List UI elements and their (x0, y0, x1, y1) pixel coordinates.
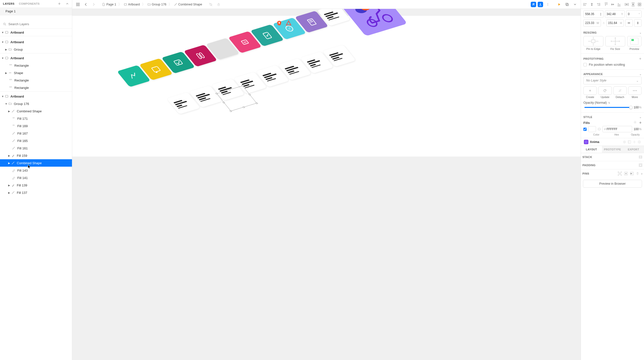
input-rotation[interactable]: 0 ° (626, 10, 642, 18)
layer-fill[interactable]: Fill 165 (0, 137, 72, 145)
add-fill-icon[interactable]: + (639, 121, 642, 125)
fix-position-checkbox[interactable]: Fix position when scrolling (584, 62, 642, 67)
layer-artboard[interactable]: ▼ Artboard (0, 93, 72, 100)
anima-help-icon[interactable] (638, 140, 641, 144)
layer-fill[interactable]: Fill 167 (0, 130, 72, 137)
disclose-icon[interactable]: ▶ (8, 154, 11, 157)
nav-back-icon[interactable] (82, 1, 89, 8)
duplicate-icon[interactable] (564, 1, 570, 8)
layer-fill[interactable]: Fill 169 (0, 122, 72, 130)
lock-aspect-icon[interactable] (602, 21, 605, 24)
distribute-v-icon[interactable] (630, 1, 636, 7)
play-icon[interactable] (556, 1, 562, 8)
fills-settings-icon[interactable] (633, 121, 637, 125)
add-icon[interactable]: + (639, 56, 642, 61)
disclose-icon[interactable]: ▶ (8, 184, 11, 187)
disclose-icon[interactable]: ▼ (1, 95, 4, 98)
anima-stack-row[interactable]: STACK (581, 153, 644, 161)
collapse-icon[interactable] (66, 2, 69, 5)
flip-vertical-button[interactable] (634, 19, 642, 27)
distribute-h-icon[interactable] (624, 1, 630, 7)
breadcrumb-group[interactable]: Group 176 (148, 3, 166, 6)
layer-rectangle[interactable]: Rectangle (0, 62, 72, 69)
opacity-slider[interactable] (584, 107, 631, 108)
align-hcenter-icon[interactable] (589, 1, 595, 7)
update-style-button[interactable] (598, 86, 612, 95)
layer-fill[interactable]: Fill 171 (0, 115, 72, 122)
anima-tab-layout[interactable]: LAYOUT (581, 146, 602, 153)
layer-combined-shape[interactable]: ▶ Combined Shape (0, 107, 72, 115)
spinner-icon[interactable]: ▲▼ (600, 12, 602, 16)
pin-center-icon[interactable] (624, 172, 628, 176)
disclose-icon[interactable]: ▶ (4, 72, 8, 74)
layer-group[interactable]: ▶ Group (0, 46, 72, 53)
fill-color-swatch[interactable] (588, 126, 596, 132)
input-x[interactable]: 558.35 ▲▼ (584, 10, 604, 18)
fill-type-icon[interactable] (598, 127, 601, 131)
disclose-icon[interactable]: ▼ (4, 102, 8, 105)
layer-style-select[interactable]: No Layer Style ⌄ (584, 77, 642, 84)
anima-tab-prototype[interactable]: PROTOTYPE (602, 146, 623, 153)
tab-components[interactable]: COMPONENTS (19, 2, 40, 5)
more-vertical-icon[interactable] (544, 1, 551, 8)
disclose-icon[interactable]: ▼ (1, 31, 4, 34)
flip-horizontal-button[interactable] (625, 19, 632, 27)
fix-size-control[interactable] (606, 36, 626, 46)
layer-artboard[interactable]: ▼ Artboard (0, 29, 72, 36)
opacity-control[interactable]: Opacity (Normal) ⇅ (584, 101, 642, 104)
align-top-icon[interactable] (603, 1, 609, 7)
tidy-icon[interactable] (636, 1, 642, 7)
layer-fill[interactable]: Fill 141 (0, 174, 72, 181)
layer-fill[interactable]: Fill 161 (0, 145, 72, 152)
input-width[interactable]: 223.33 W (584, 19, 601, 27)
chevron-down-icon[interactable]: ⌄ (639, 31, 642, 34)
chevron-down-icon[interactable]: ⌄ (639, 116, 642, 119)
lock-icon[interactable] (216, 1, 222, 8)
layer-group-176[interactable]: ▼ Group 176 (0, 100, 72, 107)
layers-tree[interactable]: ▼ Artboard ▼ Artboard ▶ Group ▼ Artboard… (0, 29, 72, 360)
fill-enabled-checkbox[interactable] (584, 128, 586, 131)
align-left-icon[interactable] (582, 1, 588, 7)
nav-forward-icon[interactable] (90, 1, 97, 8)
chevron-down-icon[interactable]: ⌄ (639, 73, 642, 76)
layer-combined-shape-selected[interactable]: ▶ Combined Shape (0, 159, 72, 167)
input-height[interactable]: 151.64 H (606, 19, 624, 27)
stack-icon[interactable] (638, 155, 642, 159)
fill-hex-input[interactable]: # FFFFFF (602, 126, 632, 132)
align-vcenter-icon[interactable] (610, 1, 616, 7)
pin-to-edge-control[interactable] (584, 36, 604, 46)
layer-shape[interactable]: ▶ Shape (0, 69, 72, 77)
disclose-icon[interactable]: ▶ (8, 110, 11, 113)
add-page-icon[interactable] (58, 2, 61, 5)
canvas[interactable]: HD (72, 9, 581, 360)
padding-icon[interactable] (638, 163, 642, 167)
layer-rectangle[interactable]: Rectangle (0, 84, 72, 91)
chevron-updown-icon[interactable]: ⇅ (608, 101, 610, 104)
anima-settings-icon[interactable] (632, 140, 636, 144)
layer-fill[interactable]: ▶ Fill 139 (0, 181, 72, 189)
grid-view-icon[interactable] (75, 1, 81, 8)
layer-fill[interactable]: Fill 143 (0, 167, 72, 174)
chevron-down-icon[interactable] (572, 1, 578, 8)
resize-preview-control[interactable] (627, 36, 642, 46)
chevron-right-icon[interactable]: › (641, 172, 642, 176)
delete-icon[interactable] (636, 172, 639, 175)
anima-padding-row[interactable]: PADDING (581, 161, 644, 169)
disclose-icon[interactable]: ▶ (4, 48, 8, 51)
search-layers[interactable] (0, 20, 72, 29)
anima-tab-export[interactable]: EXPORT (623, 146, 644, 153)
align-right-icon[interactable] (595, 1, 601, 7)
breadcrumb-page[interactable]: Page 1 (102, 3, 116, 6)
pin-edge-icon[interactable] (630, 172, 634, 176)
detach-style-button[interactable] (613, 86, 627, 95)
plugin-badge-download[interactable] (538, 2, 543, 7)
disclose-icon[interactable]: ▼ (1, 57, 4, 59)
layer-fill[interactable]: ▶ Fill 159 (0, 152, 72, 159)
anima-target-icon[interactable] (623, 140, 626, 144)
search-input[interactable] (8, 22, 69, 26)
create-style-button[interactable] (584, 86, 597, 95)
disclose-icon[interactable]: ▶ (8, 162, 11, 165)
layer-fill[interactable]: ▶ Fill 137 (0, 189, 72, 196)
plugin-badge-r[interactable]: R (531, 2, 536, 7)
disclose-icon[interactable]: ▼ (1, 41, 4, 43)
